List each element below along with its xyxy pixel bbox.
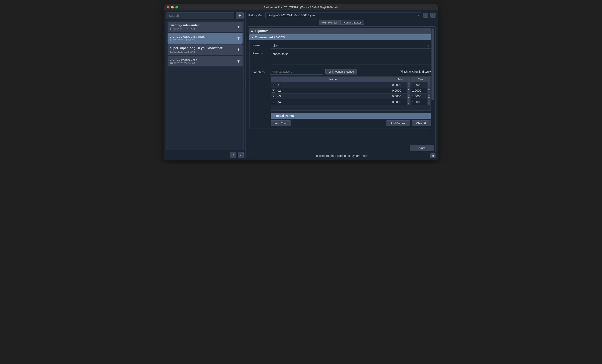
trash-icon[interactable] <box>236 59 240 63</box>
min-cell[interactable]: 0.0000 <box>390 99 410 105</box>
sidebar-top: + <box>166 12 244 19</box>
spin-down[interactable] <box>428 96 430 99</box>
spin-up[interactable] <box>428 99 430 102</box>
minimize-window-button[interactable] <box>171 6 174 9</box>
name-label: Name <box>252 43 267 47</box>
tab-bar: Run Monitor Routine Editor <box>248 20 436 25</box>
app-window: Badger v0.11+107.g7f15964 (Xopt v2.0a1+2… <box>164 4 438 160</box>
sidebar: + rustling-sidewinder 11/08/2023,10:18:0… <box>166 12 244 158</box>
min-cell[interactable]: 0.0000 <box>390 88 410 93</box>
env-vocs-section-header[interactable]: Environment + VOCS <box>249 34 434 40</box>
routine-item[interactable]: super super long...h you know that! 11/0… <box>168 44 243 55</box>
initial-points-header[interactable]: Initial Points <box>271 113 431 119</box>
add-row-button[interactable]: Add Row <box>271 120 291 126</box>
history-run-select[interactable]: BadgerOpt-2023-11-08-103639.yaml ▾ <box>265 12 421 18</box>
name-select[interactable]: silly ▾ <box>271 43 431 49</box>
chevron-down-icon <box>251 36 254 39</box>
spin-down[interactable] <box>407 85 410 88</box>
params-textarea[interactable] <box>271 51 431 65</box>
chevron-right-icon <box>251 29 253 32</box>
filter-variables-input[interactable] <box>270 69 323 74</box>
spin-down[interactable] <box>428 102 430 105</box>
row-checkbox[interactable] <box>272 90 275 93</box>
history-next-button[interactable] <box>430 13 436 18</box>
spin-up[interactable] <box>428 82 430 85</box>
limit-range-button[interactable]: Limit Variable Range <box>325 69 357 74</box>
row-checkbox[interactable] <box>272 95 275 98</box>
name-value: silly <box>273 44 278 47</box>
vertical-scrollbar[interactable] <box>431 28 434 143</box>
initial-points-actions: Add Row Add Current Clear All <box>271 120 431 126</box>
sidebar-bottom <box>166 152 244 158</box>
trash-icon[interactable] <box>236 36 240 40</box>
max-header: Max <box>410 77 431 82</box>
splitter[interactable] <box>245 12 246 158</box>
spin-down[interactable] <box>407 102 410 105</box>
spin-up[interactable] <box>407 99 410 102</box>
max-cell[interactable]: 1.0000 <box>410 88 430 93</box>
min-cell[interactable]: 0.0000 <box>390 94 410 99</box>
env-vocs-section-body: Name silly ▾ Params Variables <box>249 41 434 128</box>
show-checked-label: Show Checked Only <box>404 70 431 73</box>
initial-points-section: Initial Points <box>271 113 431 119</box>
routine-name: super super long...h you know that! <box>170 46 236 50</box>
show-checked-checkbox[interactable] <box>400 70 403 73</box>
routine-name: glorious-capybara <box>170 58 236 61</box>
max-cell[interactable]: 1.0000 <box>410 94 430 99</box>
history-label: History Run <box>248 13 263 17</box>
routine-item[interactable]: glorious-capybara-max 11/07/2023,11:03:3… <box>168 33 243 44</box>
spin-up[interactable] <box>428 94 430 96</box>
window-title: Badger v0.11+107.g7f15964 (Xopt v2.0a1+2… <box>264 6 338 9</box>
table-row: q20.00001.0000 <box>271 88 431 94</box>
row-checkbox[interactable] <box>272 101 275 104</box>
spin-down[interactable] <box>428 85 430 88</box>
name-header: Name <box>276 77 390 82</box>
gear-icon <box>431 154 434 157</box>
settings-button[interactable] <box>430 153 436 158</box>
row-checkbox[interactable] <box>272 84 275 87</box>
spin-down[interactable] <box>407 91 410 93</box>
spin-up[interactable] <box>407 88 410 91</box>
max-cell[interactable]: 1.0000 <box>410 82 430 88</box>
divider <box>252 67 431 67</box>
add-routine-button[interactable]: + <box>236 12 244 19</box>
variables-table: Name Min Max q10.00001.0000q20.00001.000… <box>271 76 431 111</box>
params-label: Params <box>252 51 267 55</box>
window-body: + rustling-sidewinder 11/08/2023,10:18:0… <box>164 10 438 160</box>
import-button[interactable] <box>230 152 236 158</box>
routine-date: 11/03/2023,12:53:43 <box>170 50 236 53</box>
save-button[interactable]: Save <box>410 145 434 151</box>
scroll-thumb[interactable] <box>431 28 434 100</box>
routine-item[interactable]: rustling-sidewinder 11/08/2023,10:18:08 <box>168 21 243 32</box>
routine-list: rustling-sidewinder 11/08/2023,10:18:08 … <box>166 21 244 150</box>
spin-down[interactable] <box>407 96 410 99</box>
spin-up[interactable] <box>407 82 410 85</box>
maximize-window-button[interactable] <box>175 6 178 9</box>
close-window-button[interactable] <box>167 6 170 9</box>
var-name: q2 <box>276 88 390 93</box>
add-current-button[interactable]: Add Current <box>386 120 410 126</box>
clear-all-button[interactable]: Clear All <box>412 120 431 126</box>
params-row: Params <box>252 51 431 65</box>
spin-up[interactable] <box>407 94 410 96</box>
routine-item[interactable]: glorious-capybara 10/18/2023,22:52:20 <box>168 56 243 66</box>
titlebar: Badger v0.11+107.g7f15964 (Xopt v2.0a1+2… <box>164 4 438 10</box>
routine-name: rustling-sidewinder <box>170 23 236 27</box>
trash-icon[interactable] <box>236 48 240 52</box>
export-button[interactable] <box>238 152 244 158</box>
algorithm-section-header[interactable]: Algorithm <box>249 28 434 34</box>
search-input[interactable] <box>166 12 234 19</box>
var-name: q4 <box>276 99 390 105</box>
tab-routine-editor[interactable]: Routine Editor <box>340 20 364 25</box>
show-checked-only[interactable]: Show Checked Only <box>400 70 431 73</box>
chevron-down-icon <box>273 114 275 117</box>
history-prev-button[interactable] <box>423 13 428 18</box>
spin-down[interactable] <box>428 91 430 93</box>
save-row: Save <box>249 145 434 151</box>
spin-up[interactable] <box>428 88 430 91</box>
trash-icon[interactable] <box>236 25 240 29</box>
tab-run-monitor[interactable]: Run Monitor <box>319 20 340 25</box>
max-cell[interactable]: 1.0000 <box>410 99 430 105</box>
min-cell[interactable]: 0.0000 <box>390 82 410 88</box>
routine-date: 11/08/2023,10:18:08 <box>170 27 236 31</box>
